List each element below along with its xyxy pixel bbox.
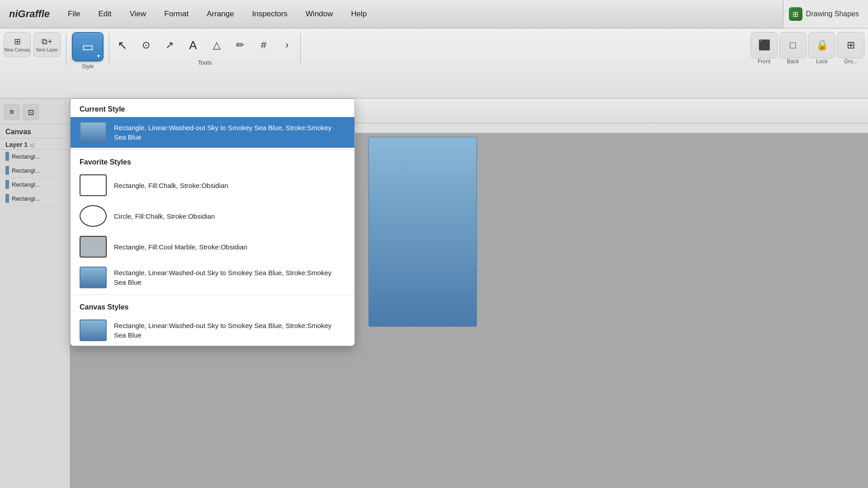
rect-label-2: Rectangl... xyxy=(12,167,40,174)
group-btn-wrap: ⊞ Gro... xyxy=(837,32,864,65)
canvas-shape-3[interactable] xyxy=(368,137,477,327)
tools-label: Tools xyxy=(198,59,212,66)
menu-arrange[interactable]: Arrange xyxy=(198,0,243,28)
line-tool-button[interactable]: ↗ xyxy=(158,32,181,58)
menu-format[interactable]: Format xyxy=(155,0,198,28)
new-buttons-row: ⊞ New Canvas ⧉+ New Layer xyxy=(4,32,61,57)
fav-label-4: Rectangle, Linear:Washed-out Sky to Smok… xyxy=(114,268,345,287)
toolbar-divider-3 xyxy=(300,33,301,65)
rect-label-4: Rectangl... xyxy=(12,195,40,202)
front-label: Front xyxy=(758,58,770,65)
fav-label-2: Circle, Fill:Chalk, Stroke:Obsidian xyxy=(114,211,215,221)
new-canvas-button[interactable]: ⊞ New Canvas xyxy=(4,32,31,57)
layer-section-label: Layer 1 ◁ xyxy=(0,138,70,150)
canvas-style-label-1: Rectangle, Linear:Washed-out Sky to Smok… xyxy=(114,321,345,340)
menu-file[interactable]: File xyxy=(59,0,89,28)
sidebar-rect-item-4[interactable]: Rectangl... xyxy=(0,192,70,206)
favorite-item-1[interactable]: Rectangle, Fill:Chalk, Stroke:Obsidian xyxy=(71,170,354,201)
tools-group: ↖ ⊙ ↗ A △ ✏ # › Tools xyxy=(111,28,298,66)
dropdown-divider-2 xyxy=(71,295,354,295)
back-button[interactable]: □ xyxy=(779,32,807,58)
tools-row: ↖ ⊙ ↗ A △ ✏ # › xyxy=(111,32,298,58)
new-layer-label: New Layer xyxy=(36,47,58,52)
style-dropdown: Current Style Rectangle, Linear:Washed-o… xyxy=(70,99,355,346)
sidebar-rect-item-2[interactable]: Rectangl... xyxy=(0,164,70,178)
new-layer-button[interactable]: ⧉+ New Layer xyxy=(33,32,61,57)
text-tool-button[interactable]: A xyxy=(182,32,204,58)
new-layer-icon: ⧉+ xyxy=(42,37,52,47)
drawing-shapes-panel: ⊞ Drawing Shapes xyxy=(783,0,868,28)
favorite-item-4[interactable]: Rectangle, Linear:Washed-out Sky to Smok… xyxy=(71,262,354,293)
style-section: ▭ Style xyxy=(68,28,107,70)
fav-preview-1 xyxy=(80,174,107,196)
group-button[interactable]: ⊞ xyxy=(837,32,864,58)
rect-color-4 xyxy=(5,194,9,203)
toolbar: ⊞ New Canvas ⧉+ New Layer ▭ Style ↖ ⊙ ↗ … xyxy=(0,28,868,99)
fav-preview-4 xyxy=(80,267,107,288)
layers-icon-button[interactable]: ≡ xyxy=(4,104,20,120)
toolbar-divider-2 xyxy=(109,33,109,65)
new-canvas-label: New Canvas xyxy=(5,47,30,52)
fav-label-3: Rectangle, Fill:Cool Marble, Stroke:Obsi… xyxy=(114,242,247,252)
subgraph-tool-button[interactable]: ⊙ xyxy=(135,32,157,58)
canvas-section-label: Canvas xyxy=(0,124,70,138)
sidebar-rect-item-1[interactable]: Rectangl... xyxy=(0,150,70,164)
rect-color-3 xyxy=(5,180,9,189)
current-style-item[interactable]: Rectangle, Linear:Washed-out Sky to Smok… xyxy=(71,117,354,148)
style-icon: ▭ xyxy=(82,39,94,54)
rect-color-2 xyxy=(5,166,9,175)
canvas-icon-button[interactable]: ⊡ xyxy=(23,104,39,120)
toolbar-divider-1 xyxy=(66,33,66,65)
shape-tool-button[interactable]: △ xyxy=(205,32,228,58)
drawing-shapes-icon: ⊞ xyxy=(789,7,802,21)
left-sidebar: ≡ ⊡ Canvas Layer 1 ◁ Rectangl... Rectang… xyxy=(0,99,70,488)
front-btn-wrap: ⬛ Front xyxy=(750,32,778,65)
back-btn-wrap: □ Back xyxy=(779,32,807,65)
new-buttons-section: ⊞ New Canvas ⧉+ New Layer xyxy=(0,28,64,57)
fav-preview-2 xyxy=(80,205,107,227)
style-button[interactable]: ▭ xyxy=(72,32,104,61)
canvas-style-preview-1 xyxy=(80,319,107,341)
favorite-item-3[interactable]: Rectangle, Fill:Cool Marble, Stroke:Obsi… xyxy=(71,231,354,262)
menu-window[interactable]: Window xyxy=(297,0,342,28)
lock-btn-wrap: 🔒 Lock xyxy=(808,32,835,65)
select-tool-button[interactable]: ↖ xyxy=(111,32,134,58)
pen-tool-button[interactable]: ✏ xyxy=(229,32,251,58)
canvas-style-item-1[interactable]: Rectangle, Linear:Washed-out Sky to Smok… xyxy=(71,315,354,346)
menu-help[interactable]: Help xyxy=(342,0,376,28)
drawing-shapes-label: Drawing Shapes xyxy=(806,10,859,18)
current-style-header: Current Style xyxy=(71,99,354,117)
style-label: Style xyxy=(82,63,94,70)
arrange-section: ⬛ Front □ Back 🔒 Lock ⊞ Gro... xyxy=(747,28,868,65)
group-label: Gro... xyxy=(844,58,858,65)
layer-collapse-arrow[interactable]: ◁ xyxy=(29,142,33,148)
current-style-label: Rectangle, Linear:Washed-out Sky to Smok… xyxy=(114,123,345,142)
arrange-row: ⬛ Front □ Back 🔒 Lock ⊞ Gro... xyxy=(750,32,864,65)
fav-preview-3 xyxy=(80,236,107,258)
fav-label-1: Rectangle, Fill:Chalk, Stroke:Obsidian xyxy=(114,181,228,190)
frame-tool-button[interactable]: # xyxy=(252,32,275,58)
sidebar-rect-item-3[interactable]: Rectangl... xyxy=(0,178,70,192)
dropdown-divider-1 xyxy=(71,150,354,150)
menubar: niGraffle File Edit View Format Arrange … xyxy=(0,0,868,28)
menu-edit[interactable]: Edit xyxy=(89,0,120,28)
lock-label: Lock xyxy=(816,58,827,65)
rect-label-1: Rectangl... xyxy=(12,153,40,160)
canvas-styles-header: Canvas Styles xyxy=(71,297,354,315)
menu-view[interactable]: View xyxy=(121,0,156,28)
new-canvas-icon: ⊞ xyxy=(14,37,21,47)
current-style-preview xyxy=(80,122,107,143)
favorite-item-2[interactable]: Circle, Fill:Chalk, Stroke:Obsidian xyxy=(71,201,354,231)
rect-label-3: Rectangl... xyxy=(12,181,40,188)
front-button[interactable]: ⬛ xyxy=(750,32,778,58)
more-tool-button[interactable]: › xyxy=(276,32,298,58)
back-label: Back xyxy=(787,58,799,65)
favorite-styles-header: Favorite Styles xyxy=(71,152,354,170)
canvas-area: ≡ ⊡ Canvas Layer 1 ◁ Rectangl... Rectang… xyxy=(0,99,868,488)
menu-inspectors[interactable]: Inspectors xyxy=(243,0,297,28)
menu-items: File Edit View Format Arrange Inspectors… xyxy=(59,0,376,28)
lock-button[interactable]: 🔒 xyxy=(808,32,835,58)
sidebar-icons-row: ≡ ⊡ xyxy=(0,102,70,124)
rect-color-1 xyxy=(5,152,9,161)
app-name: niGraffle xyxy=(0,8,59,20)
